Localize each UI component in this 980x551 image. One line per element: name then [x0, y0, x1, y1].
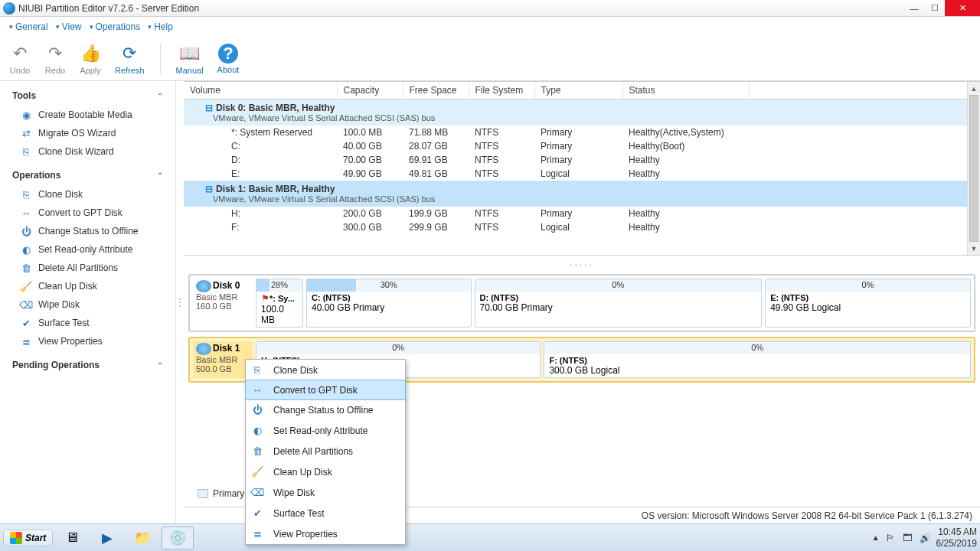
ctx-convert-gpt[interactable]: ↔Convert to GPT Disk [245, 380, 406, 400]
sidebar-cleanup[interactable]: 🧹Clean Up Disk [3, 277, 172, 295]
ctx-clone-disk[interactable]: ⎘Clone Disk [246, 360, 405, 380]
col-type[interactable]: Type [534, 82, 622, 99]
col-volume[interactable]: Volume [184, 82, 337, 99]
sidebar-readonly[interactable]: ◐Set Read-only Attribute [3, 240, 172, 259]
disk0-label[interactable]: Disk 0 Basic MBR 160.0 GB [193, 279, 253, 328]
menu-operations[interactable]: ▾Operations [87, 20, 144, 34]
maximize-button[interactable]: ☐ [925, 0, 945, 16]
menu-bar: ▾General ▾View ▾Operations ▾Help [0, 17, 980, 37]
start-button[interactable]: Start [3, 530, 53, 546]
chevron-up-icon: ⌃ [157, 171, 163, 180]
sidebar-surface-test[interactable]: ✔Surface Test [3, 314, 172, 332]
chevron-down-icon: ▾ [90, 23, 93, 31]
legend-primary-label: Primary [213, 488, 244, 499]
close-button[interactable]: ✕ [945, 0, 980, 16]
operations-header[interactable]: Operations⌃ [3, 165, 172, 185]
col-capacity[interactable]: Capacity [337, 82, 403, 99]
about-button[interactable]: ?About [217, 44, 240, 74]
col-freespace[interactable]: Free Space [403, 82, 469, 99]
properties-icon: ≣ [249, 528, 266, 540]
sidebar-create-bootable[interactable]: ◉Create Bootable Media [3, 106, 172, 124]
manual-button[interactable]: 📖Manual [176, 43, 204, 75]
partition-e[interactable]: 0% E: (NTFS)49.90 GB Logical [765, 279, 971, 328]
disk0-block: Disk 0 Basic MBR 160.0 GB 28% ⚑*: Sy...1… [188, 274, 975, 332]
taskbar-powershell[interactable]: ▶ [91, 527, 123, 549]
sidebar-properties[interactable]: ≣View Properties [3, 332, 172, 350]
table-row[interactable]: D:70.00 GB69.91 GBNTFSPrimaryHealthy [184, 153, 980, 167]
taskbar-explorer[interactable]: 📁 [126, 527, 158, 549]
vertical-scrollbar[interactable]: ▲ ▼ [967, 82, 980, 255]
sidebar-clone-disk[interactable]: ⎘Clone Disk [3, 185, 172, 204]
splitter-handle[interactable]: ⋮ [176, 81, 184, 523]
apply-icon: 👍 [80, 43, 101, 64]
taskbar-niubi[interactable]: 💿 [162, 527, 194, 549]
scroll-thumb[interactable] [969, 95, 978, 242]
ctx-readonly[interactable]: ◐Set Read-only Attribute [246, 420, 405, 441]
table-row[interactable]: *: System Reserved100.0 MB71.88 MBNTFSPr… [184, 126, 980, 139]
partition-d[interactable]: 0% D: (NTFS)70.00 GB Primary [475, 279, 763, 328]
window-title: NIUBI Partition Editor v7.2.6 - Server E… [18, 3, 903, 14]
chevron-down-icon: ▾ [56, 23, 60, 31]
taskbar-clock[interactable]: 10:45 AM 6/25/2019 [936, 527, 977, 549]
redo-button[interactable]: ↷Redo [44, 43, 66, 75]
table-row[interactable]: F:300.0 GB299.9 GBNTFSLogicalHealthy [184, 220, 980, 234]
eraser-icon: ⌫ [249, 487, 266, 498]
delete-icon: 🗑 [20, 262, 32, 274]
tools-header[interactable]: Tools⌃ [3, 86, 172, 106]
menu-general[interactable]: ▾General [6, 20, 51, 34]
menu-view[interactable]: ▾View [53, 20, 85, 34]
ctx-wipe[interactable]: ⌫Wipe Disk [246, 482, 405, 503]
chevron-down-icon: ▾ [9, 23, 13, 31]
question-icon: ? [218, 44, 238, 64]
undo-button[interactable]: ↶Undo [9, 43, 31, 75]
toolbar: ↶Undo ↷Redo 👍Apply ⟳Refresh 📖Manual ?Abo… [0, 37, 980, 81]
sidebar-migrate-os[interactable]: ⇄Migrate OS Wizard [3, 124, 172, 142]
menu-help[interactable]: ▾Help [145, 20, 176, 34]
toolbar-separator [160, 44, 161, 74]
partition-f[interactable]: 0% F: (NTFS)300.0 GB Logical [544, 341, 971, 378]
sidebar-wipe[interactable]: ⌫Wipe Disk [3, 295, 172, 314]
disk-icon [196, 280, 211, 292]
disk0-header-row[interactable]: ⊟Disk 0: Basic MBR, Healthy VMware, VMwa… [184, 99, 980, 126]
col-status[interactable]: Status [622, 82, 749, 99]
redo-icon: ↷ [44, 43, 66, 64]
app-icon [3, 2, 15, 15]
splitter-dots[interactable]: ..... [184, 256, 980, 269]
properties-icon: ≣ [20, 335, 32, 347]
refresh-button[interactable]: ⟳Refresh [115, 43, 145, 75]
title-bar: NIUBI Partition Editor v7.2.6 - Server E… [0, 0, 980, 17]
tray-sound-icon[interactable]: 🔊 [920, 533, 930, 543]
ctx-change-status[interactable]: ⏻Change Status to Offline [246, 399, 405, 420]
table-row[interactable]: H:200.0 GB199.9 GBNTFSPrimaryHealthy [184, 207, 980, 220]
lock-icon: ◐ [20, 243, 32, 256]
migrate-icon: ⇄ [20, 127, 32, 139]
tray-flag-icon[interactable]: 🏳 [886, 533, 897, 543]
offline-icon: ⏻ [249, 404, 266, 416]
partition-c[interactable]: 30% C: (NTFS)40.00 GB Primary [306, 279, 472, 328]
sidebar-delete-all[interactable]: 🗑Delete All Partitions [3, 259, 172, 277]
scroll-up-icon[interactable]: ▲ [968, 82, 980, 95]
disk1-label[interactable]: Disk 1 Basic MBR 500.0 GB [193, 341, 253, 378]
sidebar-change-status[interactable]: ⏻Change Status to Offline [3, 222, 172, 240]
windows-icon [10, 532, 22, 544]
scroll-down-icon[interactable]: ▼ [968, 242, 980, 255]
col-filesystem[interactable]: File System [469, 82, 534, 99]
apply-button[interactable]: 👍Apply [80, 43, 101, 75]
partition-sysreserved[interactable]: 28% ⚑*: Sy...100.0 MB [256, 279, 303, 328]
sidebar-convert-gpt[interactable]: ↔Convert to GPT Disk [3, 204, 172, 222]
ctx-delete-all[interactable]: 🗑Delete All Partitions [246, 441, 405, 461]
table-row[interactable]: E:49.90 GB49.81 GBNTFSLogicalHealthy [184, 167, 980, 181]
minimize-button[interactable]: — [903, 0, 925, 16]
partition-table: Volume Capacity Free Space File System T… [184, 81, 980, 256]
disk1-header-row[interactable]: ⊟Disk 1: Basic MBR, Healthy VMware, VMwa… [184, 181, 980, 207]
ctx-surface-test[interactable]: ✔Surface Test [246, 503, 405, 523]
tray-network-icon[interactable]: 🗔 [903, 533, 913, 543]
disk-icon: ⊟ [205, 103, 213, 113]
sidebar-clone-disk-wizard[interactable]: ⎘Clone Disk Wizard [3, 142, 172, 161]
ctx-properties[interactable]: ≣View Properties [246, 523, 405, 544]
pending-header[interactable]: Pending Operations⌃ [3, 355, 172, 375]
tray-chevron-icon[interactable]: ▲ [872, 533, 880, 542]
ctx-cleanup[interactable]: 🧹Clean Up Disk [246, 461, 405, 482]
table-row[interactable]: C:40.00 GB28.07 GBNTFSPrimaryHealthy(Boo… [184, 139, 980, 153]
taskbar-server-manager[interactable]: 🖥 [56, 527, 88, 549]
